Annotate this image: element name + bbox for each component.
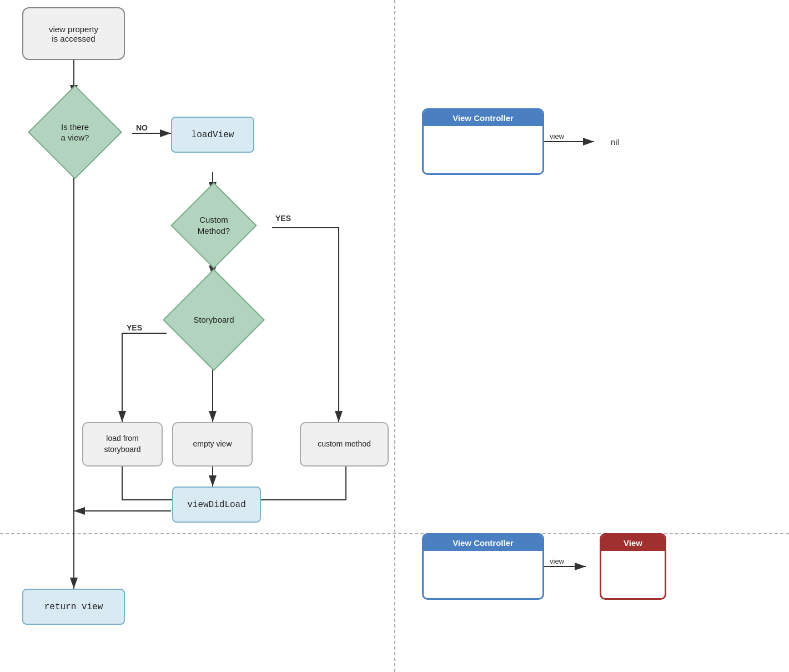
diamond-custom-method: Custom Method? xyxy=(164,193,264,257)
vc-view-diagram: View Controller view View xyxy=(422,533,666,600)
custom-method-label: custom method xyxy=(318,439,371,450)
vc-nil-arrow: view xyxy=(544,133,611,150)
nil-label: nil xyxy=(611,137,619,147)
view-label: View xyxy=(624,538,642,548)
arrow-label-view-view: view xyxy=(550,557,565,565)
diamond-shape-3 xyxy=(163,269,265,371)
vc-body-bottom xyxy=(424,551,542,598)
diamond-is-there-view: Is there a view? xyxy=(22,96,128,168)
box-empty-view: empty view xyxy=(172,422,253,467)
load-storyboard-label: load from storyboard xyxy=(104,433,140,455)
box-load-storyboard: load from storyboard xyxy=(82,422,163,467)
yes-label-3: YES xyxy=(127,323,142,332)
start-box: view property is accessed xyxy=(22,7,125,60)
view-body xyxy=(601,551,665,598)
no-label-1: NO xyxy=(136,123,148,132)
horizontal-divider xyxy=(0,533,789,534)
box-custom-method: custom method xyxy=(300,422,389,467)
vc-label-top: View Controller xyxy=(453,113,514,123)
vertical-divider xyxy=(394,0,395,672)
vc-label-bottom: View Controller xyxy=(453,538,514,548)
vc-nil-diagram: View Controller view nil xyxy=(422,108,619,175)
yes-label-2: YES xyxy=(275,214,291,223)
start-label: view property is accessed xyxy=(49,24,98,43)
view-header: View xyxy=(601,535,665,551)
vc-view-arrow: view xyxy=(544,558,600,575)
return-view-box: return view xyxy=(22,589,125,625)
return-view-label: return view xyxy=(44,602,103,612)
diamond-shape-1 xyxy=(28,85,122,179)
vc-header-bottom: View Controller xyxy=(424,535,542,551)
view-did-load-box: viewDidLoad xyxy=(172,487,261,523)
load-view-box: loadView xyxy=(171,117,254,153)
vc-box-top: View Controller xyxy=(422,108,544,175)
viewdidload-label: viewDidLoad xyxy=(187,500,246,510)
vc-header-top: View Controller xyxy=(424,110,542,126)
loadview-label: loadView xyxy=(192,130,234,140)
diamond-storyboard: Storyboard xyxy=(164,277,264,363)
view-box: View xyxy=(600,533,666,600)
diamond-shape-2 xyxy=(170,182,257,269)
arrow-label-view-nil: view xyxy=(550,132,565,141)
empty-view-label: empty view xyxy=(193,439,232,450)
vc-body-top xyxy=(424,126,542,173)
vc-box-bottom: View Controller xyxy=(422,533,544,600)
